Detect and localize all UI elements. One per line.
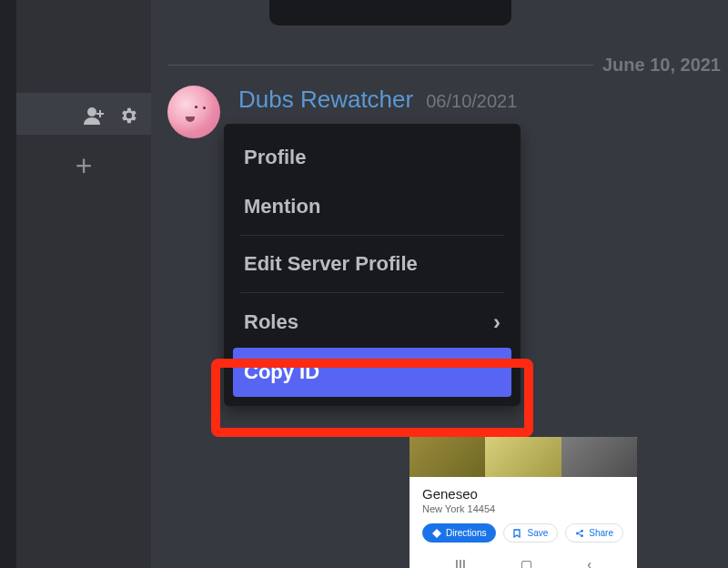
- directions-icon: [432, 529, 441, 538]
- nav-home-icon[interactable]: ▢: [521, 557, 532, 568]
- menu-item-mention-label: Mention: [244, 195, 320, 218]
- share-icon: [575, 529, 584, 538]
- add-member-icon[interactable]: [84, 106, 106, 128]
- menu-item-copy-id[interactable]: Copy ID: [233, 348, 511, 397]
- server-list-column: [0, 0, 16, 568]
- message-timestamp: 06/10/2021: [426, 91, 517, 112]
- save-chip[interactable]: Save: [503, 523, 558, 543]
- embed-title: Geneseo: [422, 486, 624, 502]
- menu-item-edit-server-profile[interactable]: Edit Server Profile: [233, 239, 511, 289]
- bookmark-icon: [513, 529, 522, 538]
- embed-thumbnail: [410, 437, 637, 477]
- user-context-menu: Profile Mention Edit Server Profile Role…: [224, 124, 521, 406]
- date-divider: June 10, 2021: [167, 55, 728, 76]
- message-header: Dubs Rewatcher 06/10/2021: [238, 86, 517, 114]
- share-chip-label: Share: [589, 528, 613, 538]
- create-channel-button[interactable]: +: [76, 151, 93, 180]
- menu-item-roles[interactable]: Roles ›: [233, 297, 511, 348]
- svg-line-7: [579, 533, 581, 535]
- menu-item-profile-label: Profile: [244, 146, 306, 169]
- username[interactable]: Dubs Rewatcher: [238, 86, 413, 114]
- svg-line-6: [579, 531, 581, 532]
- menu-item-edit-server-profile-label: Edit Server Profile: [244, 252, 418, 276]
- nav-back-icon[interactable]: ‹: [587, 557, 592, 568]
- channel-list-column: +: [16, 0, 151, 568]
- phone-nav-bar-top: [269, 0, 511, 25]
- nav-recents-icon[interactable]: III: [455, 557, 466, 568]
- share-chip[interactable]: Share: [565, 523, 623, 543]
- divider-line: [167, 65, 593, 66]
- embed-subtitle: New York 14454: [422, 503, 624, 514]
- directions-chip-label: Directions: [446, 528, 486, 538]
- menu-item-copy-id-label: Copy ID: [244, 360, 319, 384]
- divider-date-label: June 10, 2021: [602, 55, 728, 76]
- map-embed-card[interactable]: Geneseo New York 14454 Directions Save: [410, 437, 637, 568]
- chevron-right-icon: ›: [493, 309, 500, 335]
- settings-icon[interactable]: [118, 106, 138, 129]
- svg-rect-2: [96, 113, 104, 115]
- svg-point-0: [87, 107, 96, 117]
- directions-chip[interactable]: Directions: [422, 523, 496, 543]
- avatar[interactable]: [167, 86, 220, 138]
- menu-item-profile[interactable]: Profile: [233, 133, 511, 182]
- menu-separator: [240, 235, 504, 236]
- save-chip-label: Save: [527, 528, 548, 538]
- menu-separator: [240, 292, 504, 293]
- phone-nav-bar-bottom: III ▢ ‹: [410, 548, 637, 568]
- menu-item-roles-label: Roles: [244, 310, 298, 334]
- menu-item-mention[interactable]: Mention: [233, 182, 511, 231]
